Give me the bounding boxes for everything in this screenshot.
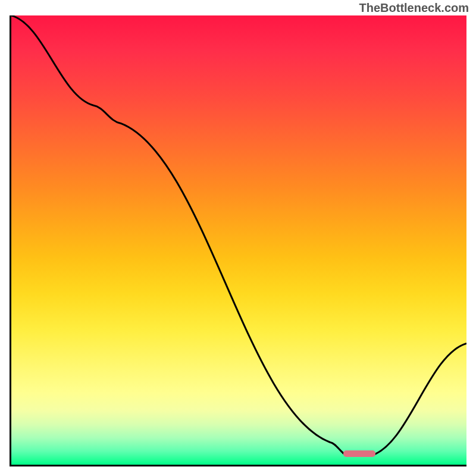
optimal-range-marker [343, 450, 375, 457]
chart-plot-area [10, 15, 466, 466]
watermark-text: TheBottleneck.com [359, 1, 469, 15]
gradient-background [11, 15, 466, 465]
